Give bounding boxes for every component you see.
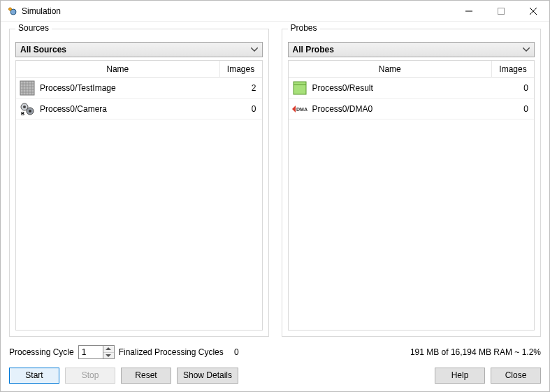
probes-filter-label: All Probes: [293, 45, 334, 55]
probes-table: Name Images Process0/Result0DMAProcess0/…: [288, 60, 535, 331]
sources-group: Sources All Sources Name Images Process0…: [9, 29, 269, 337]
svg-point-1: [9, 8, 12, 10]
texture-icon: [19, 80, 36, 96]
probes-row-name: Process0/Result: [312, 83, 493, 93]
close-button[interactable]: Close: [491, 368, 541, 384]
sources-filter-label: All Sources: [20, 45, 66, 55]
cycle-spin-up[interactable]: [103, 346, 114, 353]
sources-legend: Sources: [15, 23, 52, 33]
sources-col-name[interactable]: Name: [16, 61, 220, 77]
probes-filter-combo[interactable]: All Probes: [288, 42, 535, 57]
app-icon: [6, 6, 17, 17]
sources-row-images: 0: [220, 104, 262, 114]
cycle-spin-down[interactable]: [103, 353, 114, 359]
processing-cycle-input[interactable]: [78, 345, 103, 359]
svg-text:DMA: DMA: [296, 107, 307, 112]
svg-rect-6: [20, 81, 34, 95]
sources-col-images[interactable]: Images: [220, 61, 262, 77]
show-details-button[interactable]: Show Details: [177, 368, 238, 384]
svg-rect-3: [498, 8, 505, 14]
camera-icon: B: [19, 101, 36, 117]
simulation-window: Simulation Sources All Sources: [0, 0, 550, 392]
probes-col-name[interactable]: Name: [289, 61, 493, 77]
sources-row[interactable]: Process0/TestImage2: [16, 78, 262, 99]
probes-group: Probes All Probes Name Images Process0/R…: [282, 29, 542, 337]
minimize-button[interactable]: [453, 1, 485, 22]
stop-button[interactable]: Stop: [65, 368, 115, 384]
result-icon: [291, 80, 308, 96]
sources-filter-combo[interactable]: All Sources: [15, 42, 263, 57]
maximize-button[interactable]: [485, 1, 517, 22]
probes-row[interactable]: Process0/Result0: [289, 78, 535, 99]
title-bar: Simulation: [1, 1, 549, 22]
svg-point-10: [29, 110, 31, 112]
finalized-cycles-value: 0: [234, 347, 239, 357]
chevron-down-icon: [521, 48, 530, 52]
button-row: Start Stop Reset Show Details Help Close: [9, 365, 541, 386]
probes-row-images: 0: [492, 83, 534, 93]
dma-icon: DMA: [291, 101, 308, 117]
sources-row[interactable]: BProcess0/Camera0: [16, 99, 262, 119]
sources-row-name: Process0/TestImage: [40, 83, 220, 93]
probes-legend: Probes: [288, 23, 320, 33]
content-area: Sources All Sources Name Images Process0…: [1, 22, 549, 391]
start-button[interactable]: Start: [9, 368, 59, 384]
sources-row-name: Process0/Camera: [40, 104, 220, 114]
window-title: Simulation: [22, 6, 61, 16]
sources-row-images: 2: [220, 83, 262, 93]
probes-row[interactable]: DMAProcess0/DMA00: [289, 99, 535, 119]
svg-rect-12: [294, 82, 306, 94]
svg-text:B: B: [21, 111, 24, 116]
probes-row-images: 0: [492, 104, 534, 114]
finalized-cycles-label: Finalized Processing Cycles: [119, 347, 224, 357]
svg-point-8: [23, 106, 26, 108]
help-button[interactable]: Help: [435, 368, 485, 384]
probes-row-name: Process0/DMA0: [312, 104, 493, 114]
processing-cycle-label: Processing Cycle: [9, 347, 74, 357]
sources-table: Name Images Process0/TestImage2BProcess0…: [15, 60, 263, 331]
ram-status: 191 MB of 16,194 MB RAM ~ 1.2%: [410, 347, 541, 357]
probes-col-images[interactable]: Images: [492, 61, 534, 77]
status-row: Processing Cycle Finalized Processing Cy…: [9, 344, 541, 361]
reset-button[interactable]: Reset: [121, 368, 171, 384]
chevron-down-icon: [249, 48, 258, 52]
close-window-button[interactable]: [517, 1, 549, 22]
